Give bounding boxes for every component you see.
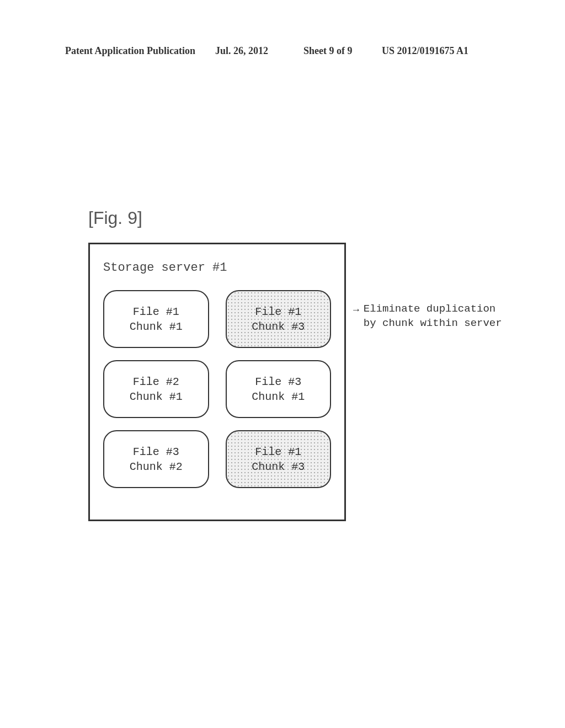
chunk-block: File #3 Chunk #2	[103, 430, 209, 488]
annotation-text: Eliminate duplication by chunk within se…	[364, 302, 502, 330]
chunk-file-label: File #2	[133, 374, 179, 389]
chunk-block: File #1 Chunk #1	[103, 290, 209, 348]
chunks-grid: File #1 Chunk #1 File #1 Chunk #3 File #…	[103, 290, 331, 488]
chunk-index-label: Chunk #3	[252, 459, 305, 474]
chunk-block: File #2 Chunk #1	[103, 360, 209, 418]
chunk-file-label: File #1	[255, 304, 301, 319]
chunk-block: File #3 Chunk #1	[226, 360, 332, 418]
annotation-line2: by chunk within server	[364, 317, 502, 331]
figure-label: [Fig. 9]	[88, 208, 142, 228]
header-publication-number: US 2012/0191675 A1	[382, 45, 468, 57]
chunk-block: File #1 Chunk #3	[226, 430, 332, 488]
chunk-index-label: Chunk #1	[130, 319, 183, 334]
chunk-index-label: Chunk #1	[130, 389, 183, 404]
chunk-index-label: Chunk #2	[130, 459, 183, 474]
chunk-file-label: File #3	[133, 445, 179, 459]
annotation: → Eliminate duplication by chunk within …	[353, 302, 502, 330]
header-date: Jul. 26, 2012	[215, 45, 268, 57]
chunk-file-label: File #1	[133, 304, 179, 319]
storage-server-box: Storage server #1 File #1 Chunk #1 File …	[88, 243, 346, 521]
header-sheet: Sheet 9 of 9	[303, 45, 353, 57]
chunk-index-label: Chunk #1	[252, 389, 305, 404]
header-publication-type: Patent Application Publication	[65, 45, 195, 57]
annotation-line1: Eliminate duplication	[364, 302, 502, 317]
chunk-index-label: Chunk #3	[252, 319, 305, 334]
chunk-file-label: File #1	[255, 445, 301, 459]
chunk-block: File #1 Chunk #3	[226, 290, 332, 348]
arrow-icon: →	[353, 304, 359, 315]
chunk-file-label: File #3	[255, 374, 301, 389]
server-title: Storage server #1	[103, 261, 331, 275]
